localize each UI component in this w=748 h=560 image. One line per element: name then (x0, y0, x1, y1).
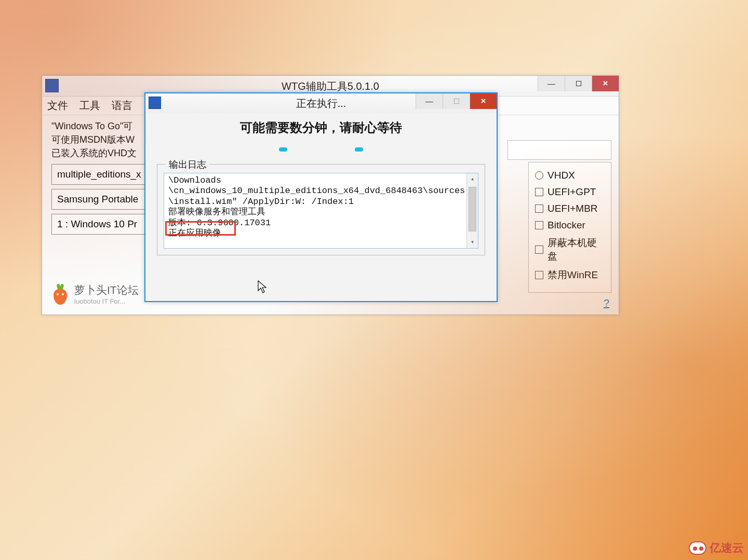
option-block-local-disk[interactable]: 屏蔽本机硬盘 (535, 236, 605, 263)
dialog-window-controls: — × (416, 93, 497, 109)
main-title: WTG辅助工具5.0.1.0 (282, 80, 379, 92)
dialog-body: 可能需要数分钟，请耐心等待 输出日志 \Downloads \cn_window… (145, 113, 497, 301)
checkbox-icon (535, 245, 543, 254)
dialog-titlebar[interactable]: 正在执行... — × (145, 93, 497, 113)
log-line: 部署映像服务和管理工具 (168, 207, 474, 217)
close-button[interactable]: × (592, 76, 619, 91)
maximize-icon (576, 81, 581, 86)
progress-dot-icon (279, 147, 287, 152)
watermark: 亿速云 (689, 540, 744, 556)
progress-dot-icon (355, 147, 363, 152)
log-scrollbar[interactable]: ▴ ▾ (466, 173, 478, 248)
option-bitlocker-label: Bitlocker (547, 220, 585, 231)
menu-language[interactable]: 语言 (112, 99, 132, 113)
dialog-maximize-button[interactable] (443, 93, 470, 109)
log-line: \install.wim" /ApplyDir:W: /Index:1 (168, 197, 474, 207)
forum-name: 萝卜头IT论坛 (74, 283, 139, 297)
log-label: 输出日志 (166, 158, 209, 171)
radio-icon (535, 171, 543, 180)
checkbox-icon (535, 188, 543, 196)
progress-dialog: 正在执行... — × 可能需要数分钟，请耐心等待 输出日志 \Download… (144, 92, 498, 302)
forum-sub: luobotou IT For... (74, 297, 139, 305)
progress-indicator (157, 147, 485, 157)
checkbox-icon (535, 271, 543, 279)
help-link[interactable]: ? (604, 297, 609, 309)
option-block-disk-label: 屏蔽本机硬盘 (547, 236, 605, 263)
checkbox-icon (535, 204, 543, 213)
carrot-icon (51, 284, 69, 305)
option-bitlocker[interactable]: Bitlocker (535, 220, 605, 231)
window-controls: — × (538, 76, 619, 91)
option-disable-winre[interactable]: 禁用WinRE (535, 268, 605, 282)
options-panel: VHDX UEFI+GPT UEFI+MBR Bitlocker 屏蔽本机硬盘 … (528, 162, 611, 293)
minimize-button[interactable]: — (538, 76, 565, 91)
checkbox-icon (535, 221, 543, 229)
forum-link[interactable]: 萝卜头IT论坛 luobotou IT For... (51, 283, 139, 305)
option-uefi-gpt[interactable]: UEFI+GPT (535, 186, 605, 198)
option-uefi-gpt-label: UEFI+GPT (547, 186, 596, 198)
option-uefi-mbr[interactable]: UEFI+MBR (535, 203, 605, 214)
log-line: 正在应用映像 (168, 228, 474, 239)
log-groupbox: 输出日志 \Downloads \cn_windows_10_multiple_… (157, 164, 485, 255)
dialog-heading: 可能需要数分钟，请耐心等待 (157, 119, 485, 136)
mode-selector[interactable] (507, 140, 611, 160)
log-line: 版本: 6.3.9600.17031 (168, 218, 474, 228)
menu-file[interactable]: 文件 (47, 99, 68, 113)
dialog-title: 正在执行... (296, 98, 346, 109)
forum-text: 萝卜头IT论坛 luobotou IT For... (74, 283, 139, 305)
maximize-icon (454, 99, 459, 104)
maximize-button[interactable] (565, 76, 592, 91)
dialog-app-icon (149, 97, 161, 109)
close-icon: × (603, 73, 608, 94)
option-vhdx-label: VHDX (547, 170, 575, 181)
option-disable-winre-label: 禁用WinRE (547, 268, 598, 282)
option-vhdx[interactable]: VHDX (535, 170, 605, 181)
menu-tools[interactable]: 工具 (79, 99, 100, 113)
scroll-thumb[interactable] (469, 187, 476, 231)
scroll-down-icon[interactable]: ▾ (467, 237, 478, 248)
minimize-icon: — (547, 73, 555, 94)
dialog-close-button[interactable]: × (470, 93, 497, 109)
minimize-icon: — (425, 91, 433, 111)
log-textbox[interactable]: \Downloads \cn_windows_10_multiple_editi… (164, 173, 478, 249)
watermark-logo-icon (689, 541, 706, 555)
scroll-up-icon[interactable]: ▴ (467, 173, 478, 185)
log-line: \Downloads (168, 175, 474, 186)
log-line: \cn_windows_10_multiple_editions_x64_dvd… (168, 186, 474, 196)
dialog-minimize-button[interactable]: — (416, 93, 443, 109)
app-icon (45, 79, 59, 92)
watermark-text: 亿速云 (710, 540, 744, 556)
option-uefi-mbr-label: UEFI+MBR (547, 203, 598, 214)
close-icon: × (481, 91, 486, 111)
